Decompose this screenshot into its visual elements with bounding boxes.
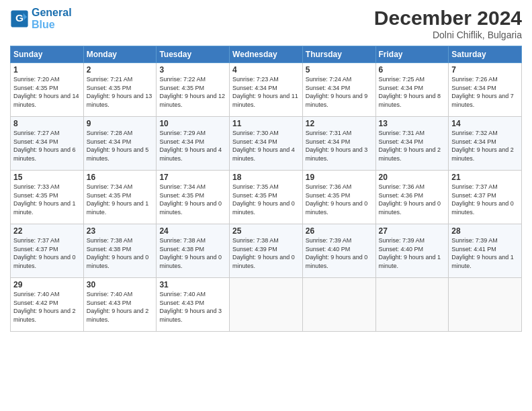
calendar-cell: 7Sunrise: 7:26 AMSunset: 4:34 PMDaylight… (449, 63, 522, 117)
day-number: 30 (87, 280, 154, 289)
header: G General Blue December 2024 Dolni Chifl… (10, 7, 522, 40)
week-row-2: 8Sunrise: 7:27 AMSunset: 4:34 PMDaylight… (11, 117, 522, 171)
day-number: 2 (87, 65, 154, 75)
week-row-1: 1Sunrise: 7:20 AMSunset: 4:35 PMDaylight… (11, 63, 522, 117)
day-number: 6 (379, 65, 446, 75)
day-number: 13 (379, 119, 446, 128)
weekday-header-sunday: Sunday (11, 46, 84, 63)
day-info: Sunrise: 7:30 AMSunset: 4:34 PMDaylight:… (232, 129, 300, 163)
calendar-cell: 29Sunrise: 7:40 AMSunset: 4:42 PMDayligh… (11, 278, 84, 332)
day-info: Sunrise: 7:40 AMSunset: 4:43 PMDaylight:… (87, 290, 154, 324)
calendar-cell: 21Sunrise: 7:37 AMSunset: 4:37 PMDayligh… (449, 171, 522, 224)
calendar-cell: 31Sunrise: 7:40 AMSunset: 4:43 PMDayligh… (157, 278, 230, 332)
calendar-cell: 14Sunrise: 7:32 AMSunset: 4:34 PMDayligh… (449, 117, 522, 171)
day-info: Sunrise: 7:31 AMSunset: 4:34 PMDaylight:… (306, 129, 373, 163)
title-block: December 2024 Dolni Chiflik, Bulgaria (374, 7, 522, 40)
calendar-cell: 8Sunrise: 7:27 AMSunset: 4:34 PMDaylight… (11, 117, 84, 171)
calendar-cell: 19Sunrise: 7:36 AMSunset: 4:35 PMDayligh… (302, 171, 375, 224)
day-info: Sunrise: 7:34 AMSunset: 4:35 PMDaylight:… (87, 183, 154, 216)
month-title: December 2024 (374, 7, 522, 30)
day-number: 24 (159, 226, 226, 236)
calendar-cell: 3Sunrise: 7:22 AMSunset: 4:35 PMDaylight… (157, 63, 230, 117)
calendar-cell: 16Sunrise: 7:34 AMSunset: 4:35 PMDayligh… (83, 171, 157, 224)
calendar-cell: 2Sunrise: 7:21 AMSunset: 4:35 PMDaylight… (83, 63, 157, 117)
calendar-cell: 25Sunrise: 7:38 AMSunset: 4:39 PMDayligh… (230, 224, 303, 278)
day-number: 16 (87, 173, 154, 182)
logo-text: General Blue (32, 7, 72, 30)
day-number: 4 (232, 65, 300, 75)
day-number: 5 (306, 65, 373, 75)
calendar-cell: 23Sunrise: 7:38 AMSunset: 4:38 PMDayligh… (83, 224, 157, 278)
day-info: Sunrise: 7:29 AMSunset: 4:34 PMDaylight:… (159, 129, 226, 163)
calendar-cell (302, 278, 375, 332)
day-number: 15 (13, 173, 81, 182)
day-number: 11 (232, 119, 300, 128)
day-number: 3 (159, 65, 226, 75)
day-info: Sunrise: 7:35 AMSunset: 4:35 PMDaylight:… (232, 183, 300, 216)
day-number: 23 (87, 226, 154, 236)
calendar-cell: 15Sunrise: 7:33 AMSunset: 4:35 PMDayligh… (11, 171, 84, 224)
logo: G General Blue (10, 7, 72, 30)
day-number: 8 (13, 119, 81, 128)
calendar-cell (375, 278, 449, 332)
day-info: Sunrise: 7:40 AMSunset: 4:43 PMDaylight:… (159, 290, 226, 324)
day-number: 21 (451, 173, 519, 182)
day-info: Sunrise: 7:39 AMSunset: 4:41 PMDaylight:… (451, 236, 519, 270)
weekday-header-monday: Monday (83, 46, 157, 63)
day-info: Sunrise: 7:37 AMSunset: 4:37 PMDaylight:… (13, 236, 81, 270)
day-info: Sunrise: 7:26 AMSunset: 4:34 PMDaylight:… (451, 75, 519, 109)
day-info: Sunrise: 7:38 AMSunset: 4:39 PMDaylight:… (232, 236, 300, 270)
calendar-cell: 1Sunrise: 7:20 AMSunset: 4:35 PMDaylight… (11, 63, 84, 117)
weekday-header-thursday: Thursday (302, 46, 375, 63)
day-info: Sunrise: 7:31 AMSunset: 4:34 PMDaylight:… (379, 129, 446, 163)
calendar-cell: 12Sunrise: 7:31 AMSunset: 4:34 PMDayligh… (302, 117, 375, 171)
day-number: 10 (159, 119, 226, 128)
day-number: 28 (451, 226, 519, 236)
calendar-cell: 5Sunrise: 7:24 AMSunset: 4:34 PMDaylight… (302, 63, 375, 117)
day-info: Sunrise: 7:28 AMSunset: 4:34 PMDaylight:… (87, 129, 154, 163)
calendar-cell: 20Sunrise: 7:36 AMSunset: 4:36 PMDayligh… (375, 171, 449, 224)
day-info: Sunrise: 7:27 AMSunset: 4:34 PMDaylight:… (13, 129, 81, 163)
day-info: Sunrise: 7:24 AMSunset: 4:34 PMDaylight:… (306, 75, 373, 109)
weekday-header-wednesday: Wednesday (230, 46, 303, 63)
calendar-cell: 11Sunrise: 7:30 AMSunset: 4:34 PMDayligh… (230, 117, 303, 171)
day-info: Sunrise: 7:36 AMSunset: 4:35 PMDaylight:… (306, 183, 373, 216)
day-number: 31 (159, 280, 226, 289)
day-info: Sunrise: 7:39 AMSunset: 4:40 PMDaylight:… (379, 236, 446, 270)
day-number: 17 (159, 173, 226, 182)
calendar-cell: 28Sunrise: 7:39 AMSunset: 4:41 PMDayligh… (449, 224, 522, 278)
day-number: 12 (306, 119, 373, 128)
week-row-4: 22Sunrise: 7:37 AMSunset: 4:37 PMDayligh… (11, 224, 522, 278)
day-number: 26 (306, 226, 373, 236)
day-number: 22 (13, 226, 81, 236)
day-number: 25 (232, 226, 300, 236)
week-row-5: 29Sunrise: 7:40 AMSunset: 4:42 PMDayligh… (11, 278, 522, 332)
weekday-header-friday: Friday (375, 46, 449, 63)
calendar-cell: 4Sunrise: 7:23 AMSunset: 4:34 PMDaylight… (230, 63, 303, 117)
week-row-3: 15Sunrise: 7:33 AMSunset: 4:35 PMDayligh… (11, 171, 522, 224)
calendar-cell: 17Sunrise: 7:34 AMSunset: 4:35 PMDayligh… (157, 171, 230, 224)
calendar-cell: 30Sunrise: 7:40 AMSunset: 4:43 PMDayligh… (83, 278, 157, 332)
calendar-cell: 13Sunrise: 7:31 AMSunset: 4:34 PMDayligh… (375, 117, 449, 171)
day-info: Sunrise: 7:21 AMSunset: 4:35 PMDaylight:… (87, 75, 154, 109)
day-info: Sunrise: 7:20 AMSunset: 4:35 PMDaylight:… (13, 75, 81, 109)
weekday-header-tuesday: Tuesday (157, 46, 230, 63)
weekday-header-row: SundayMondayTuesdayWednesdayThursdayFrid… (11, 46, 522, 63)
calendar-cell: 9Sunrise: 7:28 AMSunset: 4:34 PMDaylight… (83, 117, 157, 171)
day-info: Sunrise: 7:34 AMSunset: 4:35 PMDaylight:… (159, 183, 226, 216)
day-number: 29 (13, 280, 81, 289)
day-number: 20 (379, 173, 446, 182)
calendar-cell (230, 278, 303, 332)
logo-icon: G (10, 9, 29, 28)
day-number: 19 (306, 173, 373, 182)
calendar-cell: 10Sunrise: 7:29 AMSunset: 4:34 PMDayligh… (157, 117, 230, 171)
day-info: Sunrise: 7:38 AMSunset: 4:38 PMDaylight:… (159, 236, 226, 270)
calendar-cell: 18Sunrise: 7:35 AMSunset: 4:35 PMDayligh… (230, 171, 303, 224)
calendar-page: G General Blue December 2024 Dolni Chifl… (0, 0, 532, 411)
location: Dolni Chiflik, Bulgaria (374, 30, 522, 40)
day-info: Sunrise: 7:39 AMSunset: 4:40 PMDaylight:… (306, 236, 373, 270)
day-info: Sunrise: 7:22 AMSunset: 4:35 PMDaylight:… (159, 75, 226, 109)
calendar-cell: 26Sunrise: 7:39 AMSunset: 4:40 PMDayligh… (302, 224, 375, 278)
day-number: 7 (451, 65, 519, 75)
day-info: Sunrise: 7:32 AMSunset: 4:34 PMDaylight:… (451, 129, 519, 163)
